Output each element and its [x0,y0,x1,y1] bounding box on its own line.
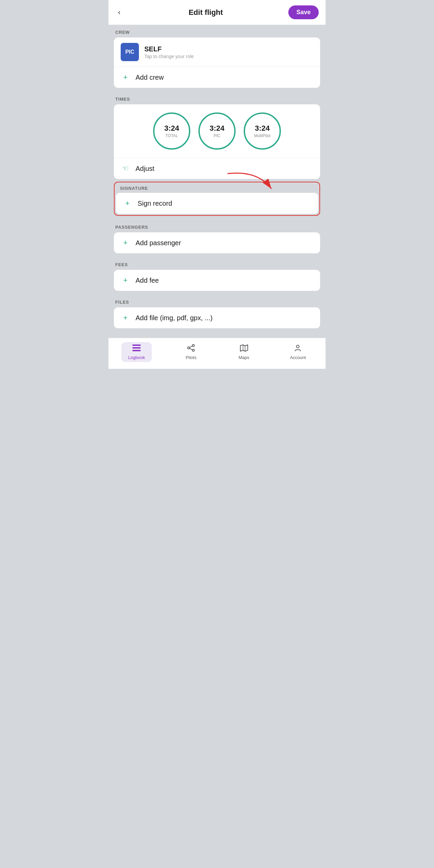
passengers-section-label: PASSENGERS [108,220,326,232]
pic-badge: PIC [121,43,139,61]
fees-card: + Add fee [114,270,320,291]
crew-subtitle: Tap to change your role [144,54,194,59]
nav-item-logbook[interactable]: Logbook [121,342,152,362]
svg-line-10 [190,346,192,348]
pilots-icon [187,344,195,354]
add-fee-icon: + [121,276,130,285]
account-icon [294,344,302,354]
add-fee-label: Add fee [136,277,159,284]
bottom-nav: Logbook Pilots [108,338,326,369]
svg-rect-4 [132,344,134,346]
svg-point-9 [192,349,194,351]
times-circles-row: 3:24 TOTAL 3:24 PIC 3:24 MultiPilot [114,104,320,158]
page-title: Edit flight [189,8,223,17]
svg-point-7 [192,344,194,347]
signature-section: SIGNATURE + Sign record [114,182,320,216]
nav-item-account[interactable]: Account [283,342,313,362]
add-fee-row[interactable]: + Add fee [114,270,320,291]
add-crew-icon: + [121,73,130,82]
time-value-multipilot: 3:24 [255,124,270,133]
fees-section-label: FEES [108,257,326,270]
adjust-row[interactable]: ☜ Adjust [114,158,320,179]
svg-rect-5 [132,347,134,349]
crew-info: SELF Tap to change your role [144,45,194,59]
touch-icon: ☜ [121,164,130,173]
files-card: + Add file (img, pdf, gpx, ...) [114,307,320,328]
time-circle-pic[interactable]: 3:24 PIC [198,112,236,150]
time-value-total: 3:24 [164,124,179,133]
svg-rect-6 [132,350,134,351]
logbook-nav-label: Logbook [128,355,145,360]
time-label-total: TOTAL [165,133,178,138]
passengers-card: + Add passenger [114,232,320,253]
back-button[interactable]: ‹ [115,7,123,18]
add-file-row[interactable]: + Add file (img, pdf, gpx, ...) [114,307,320,328]
signature-card: + Sign record [116,193,318,214]
crew-member-item[interactable]: PIC SELF Tap to change your role [114,37,320,67]
time-circle-total[interactable]: 3:24 TOTAL [153,112,190,150]
add-passenger-icon: + [121,238,130,247]
add-passenger-row[interactable]: + Add passenger [114,232,320,253]
crew-card: PIC SELF Tap to change your role + Add c… [114,37,320,88]
content-area: CREW PIC SELF Tap to change your role + … [108,25,326,369]
maps-nav-label: Maps [239,355,249,360]
crew-section-label: CREW [108,25,326,37]
logbook-icon [132,344,141,354]
svg-point-8 [188,347,190,349]
add-passenger-label: Add passenger [136,239,181,247]
time-value-pic: 3:24 [210,124,224,133]
save-button[interactable]: Save [288,5,319,19]
times-section-label: TIMES [108,92,326,104]
add-file-icon: + [121,313,130,322]
sign-record-row[interactable]: + Sign record [116,193,318,214]
pilots-nav-label: Pilots [186,355,196,360]
signature-section-label: SIGNATURE [115,182,319,193]
add-file-label: Add file (img, pdf, gpx, ...) [136,314,213,322]
add-crew-row[interactable]: + Add crew [114,67,320,88]
time-label-pic: PIC [214,133,220,138]
nav-item-pilots[interactable]: Pilots [177,342,204,362]
account-nav-label: Account [290,355,306,360]
times-card: 3:24 TOTAL 3:24 PIC 3:24 MultiPilot ☜ Ad… [114,104,320,179]
header: ‹ Edit flight Save [108,0,326,25]
add-signature-icon: + [123,199,132,208]
adjust-label: Adjust [136,165,154,173]
time-circle-multipilot[interactable]: 3:24 MultiPilot [244,112,281,150]
add-crew-label: Add crew [136,74,164,81]
sign-record-label: Sign record [138,200,172,207]
maps-icon [240,344,248,354]
nav-item-maps[interactable]: Maps [231,342,258,362]
svg-line-11 [190,348,192,350]
time-label-multipilot: MultiPilot [254,133,271,138]
svg-point-14 [296,345,299,348]
files-section-label: FILES [108,295,326,307]
crew-name: SELF [144,45,194,53]
